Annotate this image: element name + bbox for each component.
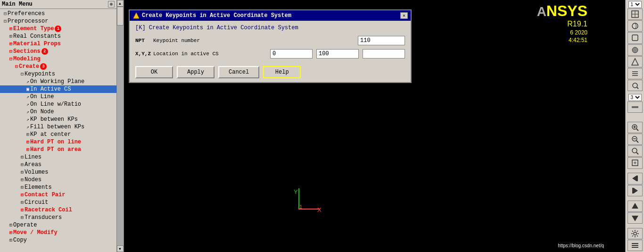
sidebar-close-btn[interactable]: ⊗ (108, 1, 115, 8)
sidebar-item-copy[interactable]: ⊞ Copy (0, 236, 116, 244)
dialog-subtitle: [K] Create Keypoints in Active Coordinat… (135, 25, 405, 31)
sidebar-item-elements[interactable]: ⊞ Elements (0, 184, 116, 191)
toolbar-btn-3[interactable] (627, 32, 643, 43)
sidebar-item-label: KP between KPs (30, 116, 78, 123)
dialog-close-btn[interactable]: ✕ (400, 12, 408, 19)
sidebar-item-move-modify[interactable]: ⊞ Move / Modify (0, 229, 116, 236)
sidebar-item-label: Create (19, 63, 39, 70)
npt-desc: Keypoint number (153, 38, 354, 43)
sidebar-item-nodes[interactable]: ⊞ Nodes (0, 176, 116, 184)
sidebar-item-label: Preprocessor (8, 18, 48, 25)
sidebar-item-label: On Node (30, 109, 54, 115)
svg-line-11 (636, 129, 638, 131)
down-btn[interactable] (627, 212, 643, 224)
sidebar-item-on-line[interactable]: ↗ On Line (0, 93, 116, 101)
svg-point-7 (633, 83, 637, 88)
toolbar-btn-1[interactable] (627, 8, 643, 20)
sidebar-item-in-active-cs[interactable]: ▣ In Active CS (0, 85, 116, 93)
toolbar-btn-7[interactable] (627, 80, 643, 91)
svg-rect-25 (632, 188, 634, 193)
x-input[interactable] (270, 49, 313, 59)
sidebar-item-element-type[interactable]: ⊞ Element Type 1 (0, 25, 116, 33)
sidebar-item-contact-pair[interactable]: ⊞ Contact Pair (0, 191, 116, 199)
origin-label: 1 (299, 204, 302, 210)
zoom-out-btn[interactable] (627, 134, 643, 145)
apply-button[interactable]: Apply (177, 66, 215, 78)
sidebar-item-transducers[interactable]: ⊞ Transducers (0, 214, 116, 221)
zoom-box-btn[interactable] (627, 145, 643, 157)
sidebar-item-modeling[interactable]: ⊟ Modeling (0, 55, 116, 63)
sidebar-item-label: Sections (13, 48, 41, 55)
sidebar-item-material-props[interactable]: ⊞ Material Props (0, 40, 116, 48)
pan-right-btn[interactable] (627, 185, 643, 196)
dialog-title-left: Create Keypoints in Active Coordinate Sy… (132, 12, 291, 19)
view-select[interactable]: 1 2 3 4 (628, 1, 642, 8)
ok-button[interactable]: OK (135, 66, 173, 78)
sidebar-item-label: On Line (30, 93, 54, 100)
arrow-icon: ↗ (26, 94, 29, 100)
sidebar-item-create[interactable]: ⊟ Create 3 (0, 63, 116, 70)
y-input[interactable] (316, 49, 359, 59)
toolbar-btn-4[interactable] (627, 44, 643, 56)
sidebar-item-operate[interactable]: ⊞ Operate (0, 221, 116, 229)
svg-rect-5 (632, 35, 638, 41)
sidebar-item-label: Circuit (25, 199, 48, 206)
sidebar-item-kp-between-kps[interactable]: ↗ KP between KPs (0, 116, 116, 123)
toolbar-btn-6[interactable] (627, 68, 643, 79)
zoom-in-btn[interactable] (627, 122, 643, 133)
sidebar-item-fill-between-kps[interactable]: ↗ Fill between KPs (0, 123, 116, 131)
sidebar-item-volumes[interactable]: ⊞ Volumes (0, 168, 116, 176)
sidebar-item-hard-pt-area[interactable]: ⊞ Hard PT on area (0, 146, 116, 153)
sidebar-item-hard-pt-line[interactable]: ⊞ Hard PT on line (0, 138, 116, 146)
ansys-version: R19.1 (537, 20, 587, 28)
sidebar-item-circuit[interactable]: ⊞ Circuit (0, 199, 116, 206)
toolbar-btn-2[interactable] (627, 20, 643, 32)
sidebar-item-on-node[interactable]: ↗ On Node (0, 108, 116, 116)
scroll-thumb[interactable] (117, 7, 124, 25)
toolbar-btn-5[interactable] (627, 56, 643, 67)
sidebar-item-lines[interactable]: ⊞ Lines (0, 153, 116, 161)
expand-icon: ⊞ (9, 237, 12, 243)
sidebar-item-sections[interactable]: ⊟ Sections 2 (0, 48, 116, 55)
svg-rect-23 (636, 176, 638, 181)
sidebar-scrollbar[interactable]: ▲ ▼ (116, 0, 123, 252)
sidebar-item-racetrack-coil[interactable]: ⊞ Racetrack Coil (0, 206, 116, 214)
level-select[interactable]: 3 1 2 (628, 94, 642, 101)
sidebar-item-keypoints[interactable]: ⊟ Keypoints (0, 70, 116, 78)
expand-icon: ⊞ (21, 200, 24, 205)
settings-btn[interactable] (627, 228, 643, 239)
ansys-date: 6 2020 (537, 29, 587, 36)
toolbar-btn-8[interactable] (627, 101, 643, 113)
extra-btn[interactable] (627, 240, 643, 251)
sidebar-item-label: KP at center (30, 131, 71, 138)
ansys-time: 4:42:51 (537, 37, 587, 43)
up-btn[interactable] (627, 201, 643, 212)
sidebar-item-label: Preferences (8, 10, 45, 17)
expand-icon: ⊞ (26, 132, 29, 137)
scroll-up-btn[interactable]: ▲ (117, 0, 124, 7)
sidebar-item-label: Areas (25, 161, 41, 168)
sidebar-item-label: Volumes (25, 169, 48, 176)
cancel-button[interactable]: Cancel (218, 66, 259, 78)
help-button[interactable]: Help (263, 66, 301, 78)
svg-rect-30 (632, 245, 638, 246)
sidebar-item-on-working-plane[interactable]: ↗ On Working Plane (0, 78, 116, 85)
scroll-down-btn[interactable]: ▼ (117, 245, 124, 252)
pan-left-btn[interactable] (627, 173, 643, 184)
sidebar-item-on-line-ratio[interactable]: ↗ On Line w/Ratio (0, 101, 116, 108)
svg-rect-9 (632, 106, 638, 108)
sidebar-item-label: Fill between KPs (30, 124, 84, 130)
sidebar-item-real-constants[interactable]: ⊞ Real Constants (0, 33, 116, 40)
npt-input[interactable] (358, 36, 405, 45)
arrow-icon: ↗ (26, 117, 29, 122)
sidebar-item-kp-at-center[interactable]: ⊞ KP at center (0, 131, 116, 138)
expand-icon: ⊞ (26, 139, 29, 145)
sidebar-item-preprocessor[interactable]: ⊟ Preprocessor (0, 17, 116, 25)
zoom-fit-btn[interactable] (627, 157, 643, 168)
sidebar-item-areas[interactable]: ⊞ Areas (0, 161, 116, 168)
sidebar-title: Main Menu (2, 1, 33, 8)
sidebar-item-preferences[interactable]: ⊟ Preferences (0, 10, 116, 17)
sidebar: Main Menu ⊗ ⊟ Preferences ⊟ Preprocessor… (0, 0, 124, 252)
sidebar-item-label: Transducers (25, 214, 62, 221)
z-input[interactable] (363, 49, 405, 59)
